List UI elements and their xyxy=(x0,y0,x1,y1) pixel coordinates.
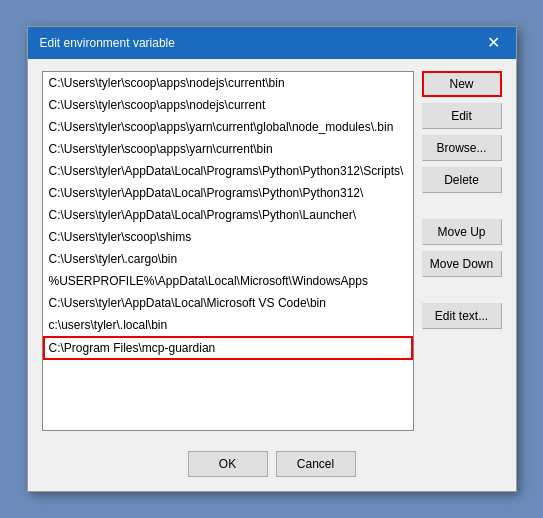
list-item[interactable]: C:\Users\tyler\AppData\Local\Programs\Py… xyxy=(43,182,413,204)
list-item[interactable] xyxy=(43,336,413,360)
list-item[interactable]: C:\Users\tyler\scoop\apps\yarn\current\g… xyxy=(43,116,413,138)
title-bar: Edit environment variable ✕ xyxy=(28,27,516,59)
list-item[interactable]: c:\users\tyler\.local\bin xyxy=(43,314,413,336)
move-down-button[interactable]: Move Down xyxy=(422,251,502,277)
move-up-button[interactable]: Move Up xyxy=(422,219,502,245)
list-item[interactable]: C:\Users\tyler\scoop\apps\yarn\current\b… xyxy=(43,138,413,160)
dialog-title: Edit environment variable xyxy=(40,36,175,50)
list-item[interactable]: C:\Users\tyler\AppData\Local\Microsoft V… xyxy=(43,292,413,314)
close-button[interactable]: ✕ xyxy=(484,33,504,53)
list-item[interactable]: C:\Users\tyler\.cargo\bin xyxy=(43,248,413,270)
list-item-input[interactable] xyxy=(43,336,413,360)
browse-button[interactable]: Browse... xyxy=(422,135,502,161)
list-item[interactable]: %USERPROFILE%\AppData\Local\Microsoft\Wi… xyxy=(43,270,413,292)
list-item[interactable]: C:\Users\tyler\AppData\Local\Programs\Py… xyxy=(43,160,413,182)
edit-text-button[interactable]: Edit text... xyxy=(422,303,502,329)
action-buttons: New Edit Browse... Delete Move Up Move D… xyxy=(422,71,502,431)
edit-env-var-dialog: Edit environment variable ✕ C:\Users\tyl… xyxy=(27,26,517,492)
list-item[interactable]: C:\Users\tyler\AppData\Local\Programs\Py… xyxy=(43,204,413,226)
dialog-content: C:\Users\tyler\scoop\apps\nodejs\current… xyxy=(28,59,516,445)
dialog-footer: OK Cancel xyxy=(28,445,516,491)
new-button[interactable]: New xyxy=(422,71,502,97)
cancel-button[interactable]: Cancel xyxy=(276,451,356,477)
edit-button[interactable]: Edit xyxy=(422,103,502,129)
delete-button[interactable]: Delete xyxy=(422,167,502,193)
env-var-list[interactable]: C:\Users\tyler\scoop\apps\nodejs\current… xyxy=(42,71,414,431)
list-item[interactable]: C:\Users\tyler\scoop\apps\nodejs\current… xyxy=(43,72,413,94)
list-item[interactable]: C:\Users\tyler\scoop\apps\nodejs\current xyxy=(43,94,413,116)
list-item[interactable]: C:\Users\tyler\scoop\shims xyxy=(43,226,413,248)
ok-button[interactable]: OK xyxy=(188,451,268,477)
